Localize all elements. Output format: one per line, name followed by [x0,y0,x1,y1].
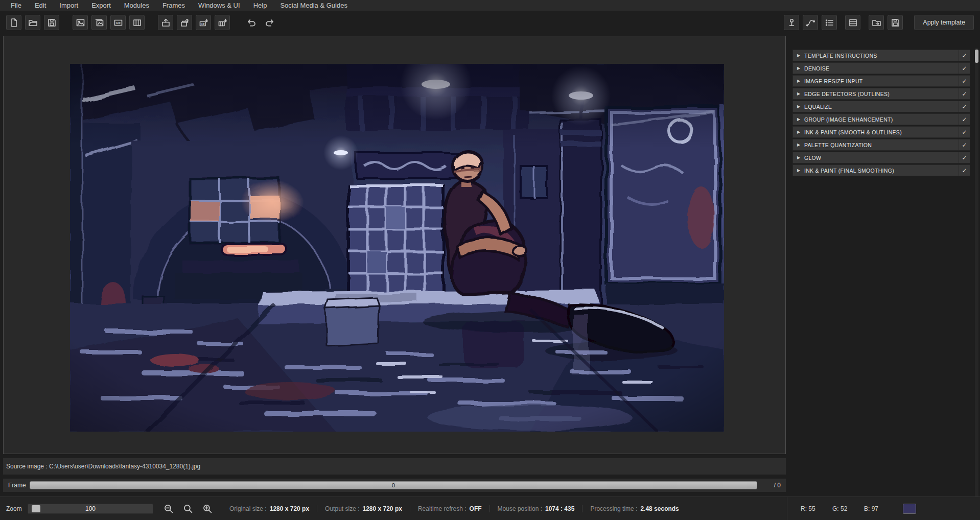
export-image-button[interactable] [158,15,173,30]
open-file-button[interactable] [25,15,40,30]
section-row-glow[interactable]: ▶ GLOW ✓ [792,152,970,163]
table-icon [848,18,858,28]
menu-social-media-guides[interactable]: Social Media & Guides [273,0,354,11]
section-row-ink-paint-final-smoothing[interactable]: ▶ INK & PAINT (FINAL SMOOTHING) ✓ [792,164,970,176]
app-window: File Edit Import Export Modules Frames W… [0,0,980,520]
menu-frames[interactable]: Frames [156,0,192,11]
save-project-button[interactable] [44,15,59,30]
check-icon[interactable]: ✓ [959,139,970,150]
expand-arrow-icon: ▶ [793,143,804,147]
check-icon[interactable]: ✓ [959,101,970,112]
new-file-icon [9,18,19,28]
spritesheet-icon [132,18,142,28]
section-row-denoise[interactable]: ▶ DENOISE ✓ [792,62,970,74]
image-stack-icon [95,18,104,28]
zoom-fit-icon [183,504,193,514]
menu-modules[interactable]: Modules [118,0,156,11]
export-gif-button[interactable]: GIF [196,15,211,30]
menu-edit[interactable]: Edit [28,0,53,11]
frame-value: 0 [30,482,757,489]
section-row-group-image-enhancement[interactable]: ▶ GROUP (IMAGE ENHANCEMENT) ✓ [792,113,970,125]
check-icon[interactable]: ✓ [959,152,970,163]
history-tool-group [243,15,277,30]
template-save-button[interactable] [888,15,903,30]
zoom-out-icon [164,504,174,514]
section-label: INK & PAINT (FINAL SMOOTHING) [804,168,959,174]
check-icon[interactable]: ✓ [959,50,970,61]
section-row-ink-paint-smooth-outlines[interactable]: ▶ INK & PAINT (SMOOTH & OUTLINES) ✓ [792,126,970,138]
preview-image[interactable] [70,64,724,432]
mouse-position-field: Mouse position :1074 : 435 [489,505,575,512]
template-section-list: ▶ TEMPLATE INSTRUCTIONS ✓ ▶ DENOISE ✓ ▶ … [792,50,970,177]
template-curve-button[interactable] [803,15,818,30]
template-export-button[interactable] [869,15,884,30]
export-stack-icon [180,18,190,28]
red-value: R: 55 [801,505,832,512]
redo-button[interactable] [262,15,277,30]
menu-help[interactable]: Help [247,0,274,11]
expand-arrow-icon: ▶ [793,169,804,173]
section-label: DENOISE [804,65,959,72]
template-node-button[interactable] [784,15,799,30]
zoom-fit-button[interactable] [181,502,195,515]
canvas-area[interactable] [3,36,786,454]
section-row-palette-quantization[interactable]: ▶ PALETTE QUANTIZATION ✓ [792,139,970,151]
zoom-out-button[interactable] [161,502,175,515]
check-icon[interactable]: ✓ [959,88,970,99]
section-row-equalize[interactable]: ▶ EQUALIZE ✓ [792,101,970,112]
source-image-path: Source image : C:\Users\user\Downloads\f… [6,463,200,470]
section-label: GROUP (IMAGE ENHANCEMENT) [804,116,959,123]
frame-slider[interactable]: 0 [30,481,757,489]
section-label: EDGE DETECTORS (OUTLINES) [804,91,959,97]
section-label: GLOW [804,155,959,161]
color-readout-bar: R: 55 G: 52 B: 97 [787,497,980,520]
original-size-field: Original size :1280 x 720 px [229,505,309,512]
check-icon[interactable]: ✓ [959,127,970,137]
output-size-field: Output size :1280 x 720 px [317,505,402,512]
template-panel: ▶ TEMPLATE INSTRUCTIONS ✓ ▶ DENOISE ✓ ▶ … [787,34,980,520]
save-template-icon [891,18,900,28]
undo-button[interactable] [243,15,259,30]
panel-scrollbar[interactable] [975,48,978,498]
toolbar: GIF GIF [0,11,980,34]
file-tool-group [6,15,59,30]
template-list-button[interactable] [822,15,837,30]
menu-file[interactable]: File [4,0,28,11]
section-label: TEMPLATE INSTRUCTIONS [804,53,959,59]
expand-arrow-icon: ▶ [793,54,804,58]
check-icon[interactable]: ✓ [959,114,970,125]
check-icon[interactable]: ✓ [959,165,970,176]
panel-scrollbar-thumb[interactable] [975,50,978,63]
import-gif-button[interactable]: GIF [110,15,126,30]
export-image-icon [161,18,171,28]
template-table-button[interactable] [845,15,860,30]
export-spritesheet-button[interactable] [215,15,230,30]
export-sequence-button[interactable] [177,15,192,30]
list-icon [825,18,834,28]
apply-template-button[interactable]: Apply template [914,15,974,30]
import-spritesheet-button[interactable] [129,15,145,30]
svg-text:GIF: GIF [200,22,204,25]
export-frames-icon [218,18,227,28]
zoom-in-icon [202,504,213,514]
section-row-edge-detectors[interactable]: ▶ EDGE DETECTORS (OUTLINES) ✓ [792,88,970,100]
menu-export[interactable]: Export [85,0,118,11]
color-swatch [903,504,916,514]
check-icon[interactable]: ✓ [959,63,970,74]
artwork [70,64,724,432]
import-sequence-button[interactable] [91,15,107,30]
new-file-button[interactable] [6,15,21,30]
check-icon[interactable]: ✓ [959,76,970,86]
status-fields: Original size :1280 x 720 px Output size… [229,505,679,512]
expand-arrow-icon: ▶ [793,92,804,96]
menu-import[interactable]: Import [53,0,85,11]
frame-bar: Frame 0 / 0 [3,479,786,492]
import-image-button[interactable] [73,15,88,30]
expand-arrow-icon: ▶ [793,156,804,160]
section-row-template-instructions[interactable]: ▶ TEMPLATE INSTRUCTIONS ✓ [792,50,970,61]
zoom-slider[interactable]: 100 [28,504,153,514]
zoom-in-button[interactable] [200,502,214,515]
section-label: EQUALIZE [804,104,959,110]
menu-windows-ui[interactable]: Windows & UI [192,0,247,11]
section-row-image-resize-input[interactable]: ▶ IMAGE RESIZE INPUT ✓ [792,75,970,87]
